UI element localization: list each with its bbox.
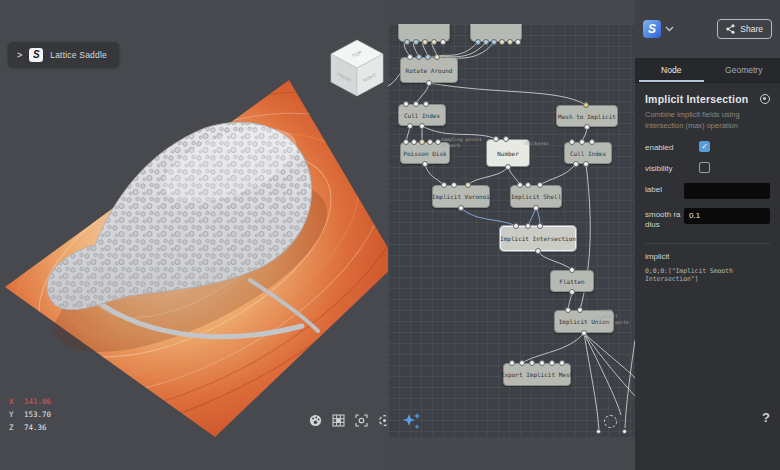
port[interactable] [517,182,523,188]
port[interactable] [503,136,509,142]
label-input[interactable] [684,183,770,199]
port[interactable] [515,39,521,45]
port[interactable] [529,360,535,366]
port[interactable] [491,39,497,45]
port[interactable] [581,330,587,336]
graph-node-export-implicit-mesh[interactable]: Export Implicit Mesh [503,363,571,386]
port[interactable] [411,139,417,145]
port[interactable] [505,164,511,170]
orientation-cube[interactable]: TOP FRONT RIGHT [331,40,383,96]
port[interactable] [431,39,437,45]
port[interactable] [427,139,433,145]
port[interactable] [513,223,519,229]
port[interactable] [434,54,440,60]
port[interactable] [416,54,422,60]
port[interactable] [539,360,545,366]
node-description: Combine implicit fields using intersecti… [645,110,770,132]
chevron-right-icon[interactable]: > [17,50,22,60]
focus-node-icon[interactable] [760,94,770,104]
port[interactable] [423,101,429,107]
port[interactable] [403,101,409,107]
port[interactable] [419,139,425,145]
port[interactable] [569,139,575,145]
graph-node-partial[interactable] [398,24,450,42]
node-editor[interactable]: Rotate Around Cull Index Mesh to Implici… [388,0,635,470]
port[interactable] [579,139,585,145]
port[interactable] [622,429,627,434]
drop-target-indicator [604,415,617,428]
port[interactable] [583,161,589,167]
project-title: Lattice Saddle [50,50,107,60]
implicit-output-value: 0;0;0:["Implicit Smooth Intersection"] [645,267,770,283]
port[interactable] [507,39,513,45]
material-palette-icon[interactable] [308,413,323,428]
port[interactable] [440,39,446,45]
port[interactable] [465,182,471,188]
port[interactable] [525,182,531,188]
chevron-down-icon[interactable] [665,26,674,32]
port[interactable] [569,267,575,273]
port[interactable] [403,139,409,145]
enabled-checkbox[interactable]: ✓ [699,141,710,152]
port[interactable] [535,248,541,254]
port[interactable] [525,223,531,229]
grid-display-icon[interactable] [331,413,346,428]
port[interactable] [509,360,515,366]
port[interactable] [569,289,575,295]
port[interactable] [537,182,543,188]
tab-geometry[interactable]: Geometry [708,58,780,82]
port[interactable] [493,136,499,142]
axis-z-label: Z [9,421,16,434]
port-annotation: wires connect other ports [599,308,633,326]
visibility-label: visibility [645,162,699,174]
port[interactable] [425,54,431,60]
tab-node[interactable]: Node [635,58,708,82]
port[interactable] [519,360,525,366]
port[interactable] [404,39,410,45]
frame-selection-icon[interactable] [354,413,369,428]
port[interactable] [559,360,565,366]
sparkle-icon[interactable] [402,412,426,438]
port[interactable] [573,161,579,167]
label-field-label: label [645,183,684,195]
graph-node-partial[interactable] [470,24,522,42]
port[interactable] [413,39,419,45]
axis-z-value: 74.36 [24,421,47,434]
port[interactable] [407,123,413,129]
port[interactable] [565,307,571,313]
help-button[interactable]: ? [757,408,775,426]
panel-tabs: Node Geometry [635,58,780,83]
port[interactable] [589,139,595,145]
share-button[interactable]: Share [717,19,772,39]
port[interactable] [413,101,419,107]
viewport-3d[interactable]: TOP FRONT RIGHT > S Lattice Saddle X141.… [0,0,390,470]
port[interactable] [499,39,505,45]
port[interactable] [407,54,413,60]
port[interactable] [577,307,583,313]
port[interactable] [549,360,555,366]
port[interactable] [537,223,543,229]
port[interactable] [441,182,447,188]
port[interactable] [422,161,428,167]
panel-header: S Share [635,0,780,58]
project-logo-icon: S [29,48,43,62]
port[interactable] [426,80,432,86]
port[interactable] [483,39,489,45]
port[interactable] [584,124,590,130]
smooth-radius-input[interactable] [684,208,770,224]
port[interactable] [419,123,425,129]
port[interactable] [533,205,539,211]
port-annotation: thickness [524,141,554,147]
axis-x-value: 141.06 [24,395,51,408]
graph-node-cull-index-2[interactable]: Cull Index [564,142,612,164]
port[interactable] [596,429,601,434]
app-logo-icon[interactable]: S [643,20,661,38]
port[interactable] [422,39,428,45]
breadcrumb[interactable]: > S Lattice Saddle [8,42,119,67]
port[interactable] [475,39,481,45]
port[interactable] [583,102,589,108]
visibility-checkbox[interactable] [699,162,710,173]
port[interactable] [458,205,464,211]
port[interactable] [451,182,457,188]
inspector-panel: S Share Node Geometry Implicit Intersect… [635,0,780,470]
